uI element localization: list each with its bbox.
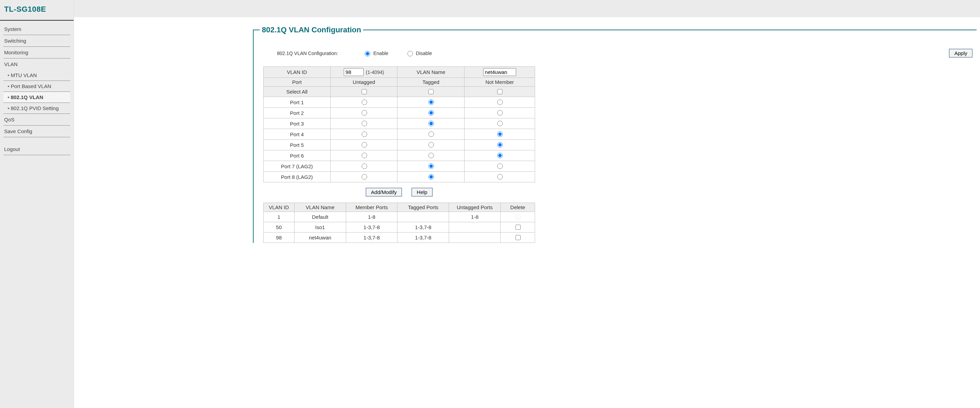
action-buttons-row: Add/Modify Help <box>263 188 535 197</box>
add-modify-button[interactable]: Add/Modify <box>366 188 402 197</box>
summary-cell-untagged <box>449 222 501 233</box>
port-tagged-radio[interactable] <box>428 153 434 158</box>
vlanid-range: (1-4094) <box>366 70 384 75</box>
port-row: Port 7 (LAG2) <box>264 161 535 171</box>
port-label: Port 8 (LAG2) <box>264 171 331 183</box>
port-tagged-radio[interactable] <box>428 142 434 148</box>
vlanid-input[interactable] <box>344 68 364 76</box>
cell-vlanid-input: (1-4094) <box>330 67 398 78</box>
port-notmember-radio[interactable] <box>497 164 503 169</box>
nav-pvid-label: 802.1Q PVID Setting <box>11 105 59 111</box>
port-untagged-radio[interactable] <box>362 174 367 179</box>
port-row: Port 6 <box>264 150 535 161</box>
port-row: Port 1 <box>264 97 535 108</box>
vlanname-input[interactable] <box>483 68 516 76</box>
nav-switching[interactable]: Switching <box>3 35 70 47</box>
sum-hdr-vlanname: VLAN Name <box>294 203 346 212</box>
port-tagged-radio[interactable] <box>428 110 434 116</box>
select-all-notmember[interactable] <box>497 89 503 94</box>
nav-system[interactable]: System <box>3 24 70 35</box>
nav-qos[interactable]: QoS <box>3 114 70 125</box>
summary-cell-id: 98 <box>264 233 294 243</box>
sum-hdr-member: Member Ports <box>346 203 398 212</box>
port-untagged-radio[interactable] <box>362 121 367 126</box>
summary-cell-member: 1-3,7-8 <box>346 233 398 243</box>
port-tagged-radio[interactable] <box>428 121 434 126</box>
summary-row: 98net4uwan1-3,7-81-3,7-8 <box>264 233 535 243</box>
port-untagged-radio[interactable] <box>362 132 367 137</box>
port-label: Port 4 <box>264 129 331 140</box>
nav-vlan[interactable]: VLAN <box>3 59 70 70</box>
port-notmember-radio[interactable] <box>497 99 503 105</box>
nav-port-based-vlan[interactable]: •Port Based VLAN <box>3 81 70 92</box>
port-tagged-radio[interactable] <box>428 132 434 137</box>
vlan-config-panel: 802.1Q VLAN Configuration 802.1Q VLAN Co… <box>253 25 977 243</box>
hdr-vlanid: VLAN ID <box>264 67 331 78</box>
port-label: Port 5 <box>264 140 331 150</box>
summary-cell-tagged: 1-3,7-8 <box>398 222 449 233</box>
nav-8021q-pvid[interactable]: •802.1Q PVID Setting <box>3 103 70 114</box>
port-tagged-radio[interactable] <box>428 164 434 169</box>
select-all-untagged[interactable] <box>362 89 367 94</box>
port-notmember-radio[interactable] <box>497 121 503 126</box>
cell-vlanname-input <box>465 67 535 78</box>
port-row: Port 5 <box>264 140 535 150</box>
port-notmember-radio[interactable] <box>497 132 503 137</box>
port-label: Port 3 <box>264 118 331 129</box>
brand-title: TL-SG108E <box>0 0 74 20</box>
summary-cell-tagged <box>398 212 449 222</box>
nav-logout[interactable]: Logout <box>3 143 70 155</box>
nav-mtu-vlan[interactable]: •MTU VLAN <box>3 70 70 81</box>
port-label: Port 1 <box>264 97 331 108</box>
nav-8021q-vlan[interactable]: •802.1Q VLAN <box>3 92 70 103</box>
enable-radio[interactable] <box>365 51 370 56</box>
port-label: Port 2 <box>264 108 331 118</box>
port-untagged-radio[interactable] <box>362 142 367 148</box>
summary-cell-member: 1-3,7-8 <box>346 222 398 233</box>
nav-8021q-label: 802.1Q VLAN <box>11 94 43 100</box>
port-row: Port 2 <box>264 108 535 118</box>
nav: System Switching Monitoring VLAN •MTU VL… <box>0 24 74 155</box>
config-enable-row: 802.1Q VLAN Configuration: Enable Disabl… <box>277 49 977 57</box>
apply-button[interactable]: Apply <box>949 49 972 57</box>
summary-cell-name: net4uwan <box>294 233 346 243</box>
disable-radio-wrap[interactable]: Disable <box>406 50 432 56</box>
summary-cell-id: 50 <box>264 222 294 233</box>
delete-checkbox[interactable] <box>515 225 520 230</box>
port-tagged-radio[interactable] <box>428 99 434 105</box>
panel-title: 802.1Q VLAN Configuration <box>260 25 363 34</box>
nav-save-config[interactable]: Save Config <box>3 125 70 137</box>
port-untagged-radio[interactable] <box>362 164 367 169</box>
port-notmember-radio[interactable] <box>497 142 503 148</box>
port-tagged-radio[interactable] <box>428 174 434 179</box>
hdr-port: Port <box>264 78 331 87</box>
hdr-notmember: Not Member <box>465 78 535 87</box>
row-select-all-label: Select All <box>264 87 331 97</box>
sum-hdr-untagged: Untagged Ports <box>449 203 501 212</box>
nav-mtu-vlan-label: MTU VLAN <box>11 72 37 78</box>
nav-monitoring[interactable]: Monitoring <box>3 47 70 59</box>
port-notmember-radio[interactable] <box>497 153 503 158</box>
port-untagged-radio[interactable] <box>362 110 367 116</box>
hdr-vlanname: VLAN Name <box>398 67 465 78</box>
port-config-table: VLAN ID (1-4094) VLAN Name Port Untagged <box>263 67 535 183</box>
sum-hdr-delete: Delete <box>501 203 535 212</box>
delete-checkbox[interactable] <box>515 235 520 240</box>
enable-radio-wrap[interactable]: Enable <box>363 50 388 56</box>
port-notmember-radio[interactable] <box>497 174 503 179</box>
summary-cell-untagged <box>449 233 501 243</box>
port-row: Port 8 (LAG2) <box>264 171 535 183</box>
sidebar: TL-SG108E System Switching Monitoring VL… <box>0 0 74 408</box>
disable-label: Disable <box>416 51 432 56</box>
main: 802.1Q VLAN Configuration 802.1Q VLAN Co… <box>74 0 980 408</box>
summary-cell-untagged: 1-8 <box>449 212 501 222</box>
summary-cell-name: Default <box>294 212 346 222</box>
help-button[interactable]: Help <box>412 188 433 197</box>
summary-cell-tagged: 1-3,7-8 <box>398 233 449 243</box>
disable-radio[interactable] <box>407 51 413 56</box>
port-untagged-radio[interactable] <box>362 153 367 158</box>
sum-hdr-vlanid: VLAN ID <box>264 203 294 212</box>
port-untagged-radio[interactable] <box>362 99 367 105</box>
select-all-tagged[interactable] <box>428 89 434 94</box>
port-notmember-radio[interactable] <box>497 110 503 116</box>
